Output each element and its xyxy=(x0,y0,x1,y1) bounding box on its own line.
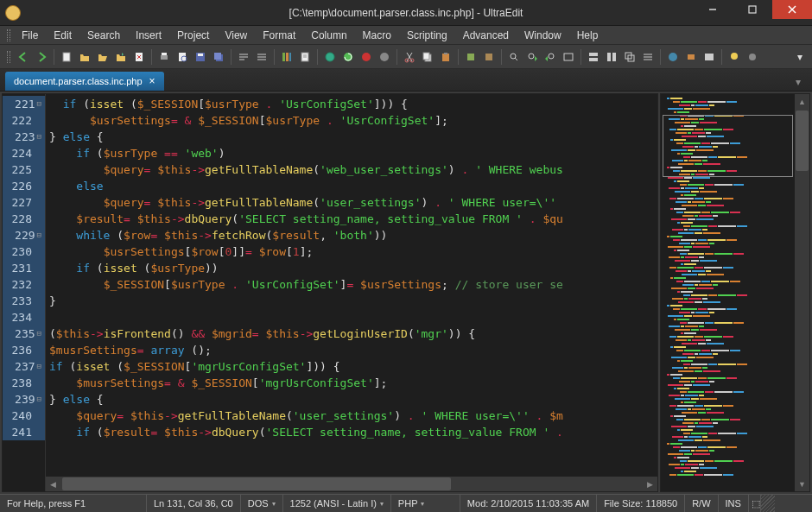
ftp-icon[interactable] xyxy=(682,48,700,66)
close-file-icon[interactable] xyxy=(130,48,148,66)
resize-grip[interactable] xyxy=(761,495,775,512)
svg-point-28 xyxy=(326,53,334,61)
menu-window[interactable]: Window xyxy=(517,26,569,45)
vertical-scrollbar[interactable]: ▲ ▼ xyxy=(795,94,809,491)
svg-rect-8 xyxy=(161,55,168,60)
menu-view[interactable]: View xyxy=(217,26,255,45)
toolbar-handle[interactable] xyxy=(7,51,10,63)
line-icon[interactable] xyxy=(253,48,270,66)
tile-v-icon[interactable] xyxy=(603,48,620,66)
paste-icon[interactable] xyxy=(437,48,454,66)
find-next-icon[interactable] xyxy=(523,48,541,66)
svg-rect-39 xyxy=(485,54,492,60)
svg-point-31 xyxy=(380,53,389,61)
svg-rect-38 xyxy=(467,54,474,60)
svg-point-54 xyxy=(669,53,677,61)
scroll-down-icon[interactable]: ▼ xyxy=(795,477,809,491)
menu-file[interactable]: File xyxy=(14,26,46,45)
menu-edit[interactable]: Edit xyxy=(46,26,79,45)
print-icon[interactable] xyxy=(155,48,173,66)
svg-rect-22 xyxy=(282,53,285,61)
help-bulb-icon[interactable] xyxy=(726,48,743,66)
status-position: Ln 131, Col 36, C0 xyxy=(147,495,241,512)
svg-rect-1 xyxy=(749,6,756,13)
stop-icon[interactable] xyxy=(358,48,375,66)
save-icon[interactable] xyxy=(192,48,209,66)
menu-help[interactable]: Help xyxy=(569,26,606,45)
cascade-icon[interactable] xyxy=(621,48,638,66)
status-cap: ⬚ xyxy=(749,495,761,512)
menu-format[interactable]: Format xyxy=(255,26,303,45)
tab-overflow-icon[interactable]: ▾ xyxy=(790,73,807,91)
cut-icon[interactable] xyxy=(401,48,418,66)
vscroll-thumb[interactable] xyxy=(796,111,809,171)
globe-icon[interactable] xyxy=(321,48,339,66)
tool-2-icon[interactable] xyxy=(480,48,498,66)
menu-search[interactable]: Search xyxy=(79,26,128,45)
open-folder-icon[interactable] xyxy=(76,48,93,66)
minimap-panel: ▲ ▼ xyxy=(660,93,810,492)
replace-icon[interactable] xyxy=(560,48,577,66)
minimize-button[interactable] xyxy=(693,0,733,19)
status-help: For Help, press F1 xyxy=(0,495,147,512)
toolbar-overflow-icon[interactable]: ▾ xyxy=(791,48,809,66)
status-insert-mode[interactable]: INS xyxy=(719,495,749,512)
scroll-up-icon[interactable]: ▲ xyxy=(795,94,809,109)
svg-rect-45 xyxy=(589,53,598,56)
minimap-viewport[interactable] xyxy=(663,115,793,177)
column-marker-icon[interactable] xyxy=(278,48,295,66)
doc-icon[interactable] xyxy=(296,48,314,66)
menu-column[interactable]: Column xyxy=(303,26,354,45)
svg-point-33 xyxy=(410,59,414,62)
status-line-ending[interactable]: DOS xyxy=(241,495,283,512)
status-filesize: File Size: 118850 xyxy=(597,495,685,512)
menu-advanced[interactable]: Advanced xyxy=(455,26,517,45)
find-prev-icon[interactable] xyxy=(542,48,559,66)
menubar-handle[interactable] xyxy=(7,29,10,41)
close-button[interactable] xyxy=(772,0,812,19)
word-wrap-icon[interactable] xyxy=(235,48,252,66)
menu-project[interactable]: Project xyxy=(169,26,217,45)
line-number-gutter[interactable]: 221⊟222223⊟224225226227228229⊟2302312322… xyxy=(3,94,46,491)
web-icon[interactable] xyxy=(664,48,682,66)
folder-open-icon[interactable] xyxy=(94,48,111,66)
toggle-icon[interactable] xyxy=(376,48,393,66)
hscroll-thumb[interactable] xyxy=(62,477,451,490)
scroll-right-icon[interactable]: ▶ xyxy=(643,477,657,491)
menu-scripting[interactable]: Scripting xyxy=(399,26,455,45)
code-area[interactable]: if (isset ($_SESSION[$usrType . 'UsrConf… xyxy=(46,94,657,491)
titlebar: [C:\temp\document.parser.class.inc.php] … xyxy=(0,0,812,26)
save-all-icon[interactable] xyxy=(210,48,227,66)
tool-1-icon[interactable] xyxy=(462,48,479,66)
forward-icon[interactable] xyxy=(33,48,50,66)
status-language[interactable]: PHP xyxy=(391,495,460,512)
editor[interactable]: 221⊟222223⊟224225226227228229⊟2302312322… xyxy=(2,93,658,492)
print-preview-icon[interactable] xyxy=(174,48,191,66)
back-icon[interactable] xyxy=(15,48,32,66)
list-icon[interactable] xyxy=(639,48,657,66)
tab-close-icon[interactable]: × xyxy=(149,75,155,87)
svg-point-58 xyxy=(749,54,756,60)
refresh-icon[interactable] xyxy=(339,48,357,66)
preview-icon[interactable] xyxy=(701,48,718,66)
status-encoding[interactable]: 1252 (ANSI - Latin I) xyxy=(283,495,391,512)
new-file-icon[interactable] xyxy=(58,48,75,66)
svg-rect-55 xyxy=(688,54,695,60)
file-tab[interactable]: document.parser.class.inc.php × xyxy=(5,72,164,91)
toolbar: ▾ xyxy=(0,45,812,69)
menu-macro[interactable]: Macro xyxy=(355,26,399,45)
svg-point-32 xyxy=(405,59,409,62)
menu-insert[interactable]: Insert xyxy=(128,26,169,45)
find-icon[interactable] xyxy=(505,48,523,66)
svg-rect-13 xyxy=(198,54,203,56)
settings-icon[interactable] xyxy=(744,48,761,66)
minimap[interactable] xyxy=(661,94,795,491)
status-readwrite[interactable]: R/W xyxy=(685,495,718,512)
svg-rect-35 xyxy=(423,53,429,60)
copy-icon[interactable] xyxy=(419,48,436,66)
maximize-button[interactable] xyxy=(733,0,772,19)
horizontal-scrollbar[interactable]: ◀ ▶ xyxy=(46,477,657,491)
open-quick-icon[interactable] xyxy=(112,48,130,66)
tile-h-icon[interactable] xyxy=(585,48,602,66)
scroll-left-icon[interactable]: ◀ xyxy=(46,477,60,491)
